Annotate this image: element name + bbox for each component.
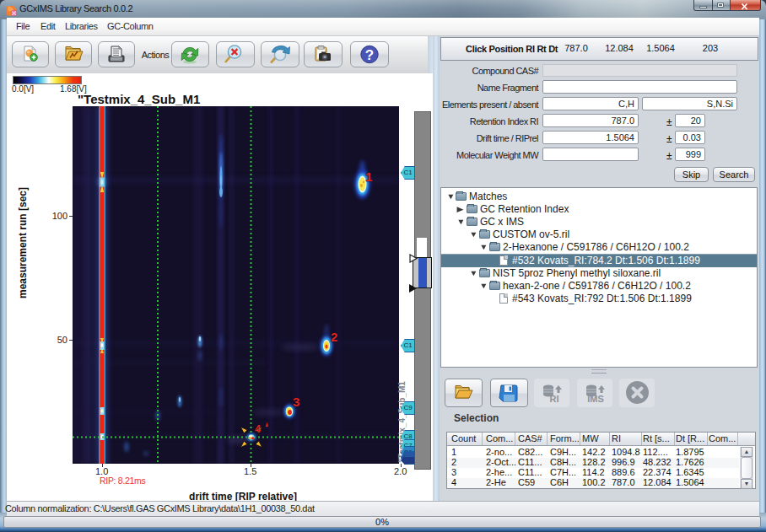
svg-text:RI: RI (550, 394, 559, 404)
svg-text:1: 1 (365, 169, 372, 184)
svg-text:4: 4 (255, 422, 262, 435)
svg-text:2: 2 (331, 330, 337, 344)
svg-text:?: ? (365, 47, 374, 63)
svg-text:IMS: IMS (587, 394, 604, 404)
svg-text:3: 3 (293, 395, 299, 409)
